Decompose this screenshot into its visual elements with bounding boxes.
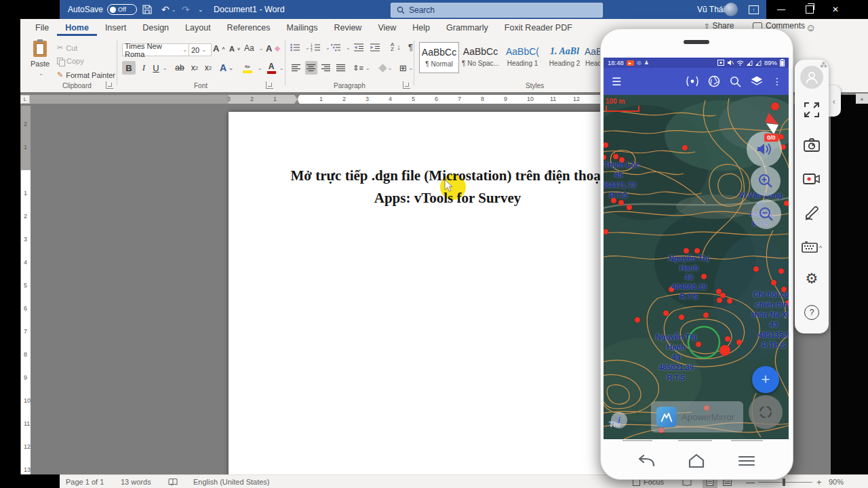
nav-recents-button[interactable] [734, 451, 759, 470]
align-left-button[interactable] [290, 61, 302, 75]
layers-icon[interactable] [751, 76, 763, 87]
map-marker[interactable] [717, 298, 722, 303]
settings-button[interactable]: ⚙ [795, 266, 829, 291]
qat-customize-button[interactable]: ⌄ [198, 0, 203, 19]
change-case-button[interactable]: Aa⌄ [244, 43, 263, 53]
map-marker[interactable] [719, 345, 730, 356]
map-marker[interactable] [771, 280, 776, 285]
vertical-ruler[interactable]: 2112345678910111213 [21, 106, 31, 474]
paste-button[interactable]: Paste⌄ [27, 41, 53, 77]
map-view[interactable]: 100 m T Thịnh Lộc45484471.73R.T.SVi Văn … [604, 95, 789, 439]
map-marker[interactable] [784, 201, 789, 206]
info-button[interactable]: i [611, 412, 627, 428]
grow-font-button[interactable]: A˄ [213, 43, 224, 54]
clipboard-dialog-launcher[interactable] [106, 81, 113, 89]
map-marker[interactable] [694, 248, 700, 253]
fullscreen-button[interactable] [795, 98, 829, 122]
map-marker[interactable] [613, 154, 618, 159]
format-painter-button[interactable]: ✎Format Painter [57, 70, 115, 79]
map-marker[interactable] [618, 200, 624, 205]
autosave-toggle[interactable]: AutoSave Off [68, 0, 137, 19]
search-input[interactable]: Search [391, 3, 603, 18]
map-marker[interactable] [682, 145, 688, 150]
tab-view[interactable]: View [370, 19, 404, 36]
map-marker[interactable] [679, 314, 684, 320]
nav-home-button[interactable] [684, 451, 709, 470]
tab-insert[interactable]: Insert [97, 19, 134, 36]
map-marker[interactable] [703, 312, 709, 318]
sort-button[interactable]: AZ↓ [391, 42, 401, 52]
tab-grammarly[interactable]: Grammarly [438, 19, 496, 36]
tab-design[interactable]: Design [134, 19, 177, 36]
subscript-button[interactable]: x2 [189, 61, 201, 75]
align-center-button[interactable] [305, 61, 317, 75]
superscript-button[interactable]: x2 [202, 61, 214, 75]
panel-avatar[interactable]: ⁂ [795, 66, 829, 89]
bold-button[interactable]: B [122, 61, 136, 75]
cut-button[interactable]: ✂Cut [57, 43, 77, 52]
close-button[interactable]: ✕ [822, 0, 849, 19]
tab-stop-selector[interactable]: L [20, 95, 30, 104]
screenshot-button[interactable] [795, 133, 829, 157]
clear-formatting-button[interactable]: A [266, 43, 279, 54]
show-formatting-marks-button[interactable]: ¶ [408, 42, 413, 52]
highlight-dropdown[interactable]: ⌄ [256, 61, 263, 75]
zoom-in-button[interactable]: + [816, 475, 822, 488]
align-right-button[interactable] [320, 61, 332, 75]
undo-button[interactable]: ↶⌄ [161, 0, 176, 19]
font-color-button[interactable]: A [264, 61, 278, 75]
add-point-fab[interactable]: + [752, 366, 779, 393]
borders-button[interactable]: ⊞⌄ [397, 61, 415, 75]
map-marker[interactable] [771, 102, 779, 110]
tab-help[interactable]: Help [404, 19, 438, 36]
search-icon[interactable] [730, 76, 741, 87]
page-indicator[interactable]: Page 1 of 1 [66, 475, 104, 488]
map-marker[interactable] [727, 298, 732, 304]
save-button[interactable] [142, 0, 152, 19]
map-zoom-out-button[interactable] [751, 199, 781, 229]
map-marker[interactable] [725, 336, 730, 342]
scrollbar-up-arrow[interactable]: ▲ [856, 94, 868, 104]
underline-button[interactable]: U [151, 61, 161, 75]
ribbon-display-options-button[interactable]: ↑ [749, 0, 759, 19]
text-effects-button[interactable]: A⌄ [220, 61, 233, 75]
decrease-indent-button[interactable] [354, 43, 364, 52]
map-marker[interactable] [736, 340, 742, 345]
nav-back-button[interactable] [633, 451, 658, 470]
word-count[interactable]: 13 words [121, 475, 151, 488]
increase-indent-button[interactable] [370, 43, 380, 52]
copy-button[interactable]: Copy [57, 57, 84, 65]
first-line-indent-marker[interactable] [294, 95, 300, 99]
zoom-percentage[interactable]: 90% [829, 475, 844, 488]
strikethrough-button[interactable]: ab [172, 61, 187, 75]
map-marker[interactable] [778, 134, 784, 140]
style-card-heading-1[interactable]: AaBbC(Heading 1 [503, 42, 542, 72]
highlight-button[interactable]: ✎ [240, 61, 255, 75]
italic-button[interactable]: I [138, 61, 149, 75]
maximize-button[interactable] [796, 0, 823, 19]
map-marker[interactable] [627, 205, 632, 210]
menu-icon[interactable]: ☰ [612, 75, 621, 88]
keyboard-button[interactable]: ˄ [795, 235, 829, 259]
style-card-heading-2[interactable]: 1. AaBlHeading 2 [545, 42, 584, 72]
bullets-button[interactable]: ⌄ [290, 43, 310, 52]
tab-foxit-reader-pdf[interactable]: Foxit Reader PDF [496, 19, 580, 36]
line-spacing-button[interactable]: ⇕≡⌄ [353, 61, 370, 75]
capture-shutter-icon[interactable] [708, 75, 720, 87]
overflow-menu-icon[interactable]: ⋮ [772, 76, 782, 87]
map-marker[interactable] [684, 248, 689, 253]
tab-file[interactable]: File [27, 19, 57, 36]
shading-button[interactable]: ⌄ [377, 61, 395, 75]
font-size-select[interactable]: 20⌄ [189, 43, 212, 56]
paragraph-dialog-launcher[interactable] [403, 81, 410, 89]
phone-screen[interactable]: 18:48 ▶ ◎ ♟ 89% ☰ ⋮ [604, 58, 789, 439]
map-marker[interactable] [753, 266, 759, 272]
gps-status-icon[interactable] [685, 76, 700, 87]
numbering-button[interactable]: 123⌄ [311, 43, 330, 52]
map-marker[interactable] [663, 310, 669, 316]
zoom-slider-handle[interactable] [783, 479, 785, 486]
avatar[interactable] [724, 0, 738, 19]
hanging-indent-marker[interactable] [294, 100, 300, 104]
draw-button[interactable] [795, 201, 829, 225]
minimize-button[interactable]: — [768, 0, 795, 19]
